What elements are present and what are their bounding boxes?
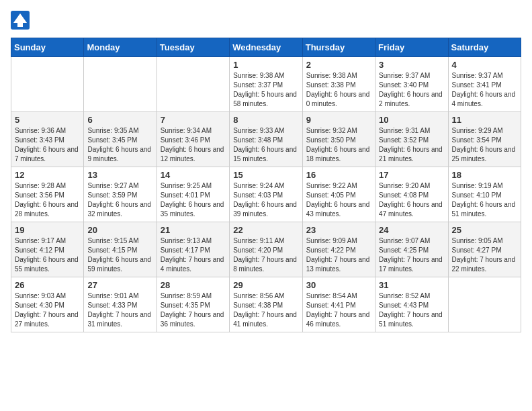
weekday-header-thursday: Thursday xyxy=(302,38,375,57)
day-info: Sunrise: 9:20 AM Sunset: 4:08 PM Dayligh… xyxy=(379,181,444,219)
weekday-header-wednesday: Wednesday xyxy=(230,38,302,57)
calendar-cell: 5Sunrise: 9:36 AM Sunset: 3:43 PM Daylig… xyxy=(11,112,84,167)
day-number: 10 xyxy=(379,115,444,125)
day-info: Sunrise: 8:56 AM Sunset: 4:38 PM Dayligh… xyxy=(233,291,298,329)
calendar-cell: 23Sunrise: 9:09 AM Sunset: 4:22 PM Dayli… xyxy=(302,222,375,277)
weekday-header-saturday: Saturday xyxy=(448,38,521,57)
calendar-cell: 12Sunrise: 9:28 AM Sunset: 3:56 PM Dayli… xyxy=(11,167,84,222)
calendar-cell: 3Sunrise: 9:37 AM Sunset: 3:40 PM Daylig… xyxy=(375,57,448,112)
day-info: Sunrise: 9:05 AM Sunset: 4:27 PM Dayligh… xyxy=(452,236,517,274)
logo-icon xyxy=(11,11,30,30)
day-number: 13 xyxy=(87,170,152,180)
calendar-week-1: 1Sunrise: 9:38 AM Sunset: 3:37 PM Daylig… xyxy=(11,57,521,112)
calendar-week-5: 26Sunrise: 9:03 AM Sunset: 4:30 PM Dayli… xyxy=(11,277,521,332)
calendar-cell xyxy=(448,277,521,332)
calendar-cell: 10Sunrise: 9:31 AM Sunset: 3:52 PM Dayli… xyxy=(375,112,448,167)
calendar-cell: 7Sunrise: 9:34 AM Sunset: 3:46 PM Daylig… xyxy=(157,112,229,167)
day-info: Sunrise: 9:19 AM Sunset: 4:10 PM Dayligh… xyxy=(452,181,517,219)
calendar-cell: 13Sunrise: 9:27 AM Sunset: 3:59 PM Dayli… xyxy=(84,167,157,222)
day-number: 16 xyxy=(306,170,371,180)
day-number: 5 xyxy=(15,115,80,125)
day-info: Sunrise: 9:33 AM Sunset: 3:48 PM Dayligh… xyxy=(233,126,298,164)
day-info: Sunrise: 9:36 AM Sunset: 3:43 PM Dayligh… xyxy=(15,126,80,164)
calendar-week-2: 5Sunrise: 9:36 AM Sunset: 3:43 PM Daylig… xyxy=(11,112,521,167)
day-number: 14 xyxy=(161,170,226,180)
weekday-header-monday: Monday xyxy=(84,38,157,57)
day-number: 12 xyxy=(15,170,80,180)
day-number: 22 xyxy=(233,225,298,235)
svg-rect-2 xyxy=(17,23,23,27)
calendar-cell: 9Sunrise: 9:32 AM Sunset: 3:50 PM Daylig… xyxy=(302,112,375,167)
calendar-cell: 28Sunrise: 8:59 AM Sunset: 4:35 PM Dayli… xyxy=(157,277,229,332)
day-info: Sunrise: 9:28 AM Sunset: 3:56 PM Dayligh… xyxy=(15,181,80,219)
calendar-cell xyxy=(157,57,229,112)
calendar-week-3: 12Sunrise: 9:28 AM Sunset: 3:56 PM Dayli… xyxy=(11,167,521,222)
calendar-cell: 25Sunrise: 9:05 AM Sunset: 4:27 PM Dayli… xyxy=(448,222,521,277)
day-number: 20 xyxy=(87,225,152,235)
day-info: Sunrise: 9:38 AM Sunset: 3:37 PM Dayligh… xyxy=(233,71,298,109)
calendar-cell: 24Sunrise: 9:07 AM Sunset: 4:25 PM Dayli… xyxy=(375,222,448,277)
day-number: 1 xyxy=(233,60,298,70)
day-info: Sunrise: 9:17 AM Sunset: 4:12 PM Dayligh… xyxy=(15,236,80,274)
day-info: Sunrise: 9:25 AM Sunset: 4:01 PM Dayligh… xyxy=(161,181,226,219)
day-number: 15 xyxy=(233,170,298,180)
calendar-cell: 20Sunrise: 9:15 AM Sunset: 4:15 PM Dayli… xyxy=(84,222,157,277)
calendar-header: SundayMondayTuesdayWednesdayThursdayFrid… xyxy=(11,38,521,57)
day-info: Sunrise: 9:37 AM Sunset: 3:40 PM Dayligh… xyxy=(379,71,444,109)
calendar-cell: 1Sunrise: 9:38 AM Sunset: 3:37 PM Daylig… xyxy=(230,57,302,112)
day-number: 9 xyxy=(306,115,371,125)
calendar-cell xyxy=(11,57,84,112)
day-info: Sunrise: 9:31 AM Sunset: 3:52 PM Dayligh… xyxy=(379,126,444,164)
day-info: Sunrise: 9:03 AM Sunset: 4:30 PM Dayligh… xyxy=(15,291,80,329)
calendar-body: 1Sunrise: 9:38 AM Sunset: 3:37 PM Daylig… xyxy=(11,57,521,332)
day-info: Sunrise: 8:52 AM Sunset: 4:43 PM Dayligh… xyxy=(379,291,444,329)
day-info: Sunrise: 9:35 AM Sunset: 3:45 PM Dayligh… xyxy=(87,126,152,164)
day-number: 25 xyxy=(452,225,517,235)
weekday-header-sunday: Sunday xyxy=(11,38,84,57)
page-header xyxy=(11,11,521,30)
calendar-cell: 30Sunrise: 8:54 AM Sunset: 4:41 PM Dayli… xyxy=(302,277,375,332)
day-info: Sunrise: 9:15 AM Sunset: 4:15 PM Dayligh… xyxy=(87,236,152,274)
calendar-cell: 21Sunrise: 9:13 AM Sunset: 4:17 PM Dayli… xyxy=(157,222,229,277)
day-info: Sunrise: 9:07 AM Sunset: 4:25 PM Dayligh… xyxy=(379,236,444,274)
day-info: Sunrise: 9:24 AM Sunset: 4:03 PM Dayligh… xyxy=(233,181,298,219)
calendar-week-4: 19Sunrise: 9:17 AM Sunset: 4:12 PM Dayli… xyxy=(11,222,521,277)
day-info: Sunrise: 8:54 AM Sunset: 4:41 PM Dayligh… xyxy=(306,291,371,329)
calendar-cell: 18Sunrise: 9:19 AM Sunset: 4:10 PM Dayli… xyxy=(448,167,521,222)
day-number: 27 xyxy=(87,280,152,290)
day-info: Sunrise: 9:32 AM Sunset: 3:50 PM Dayligh… xyxy=(306,126,371,164)
day-number: 4 xyxy=(452,60,517,70)
calendar-cell: 16Sunrise: 9:22 AM Sunset: 4:05 PM Dayli… xyxy=(302,167,375,222)
day-number: 26 xyxy=(15,280,80,290)
weekday-header-friday: Friday xyxy=(375,38,448,57)
calendar-cell: 17Sunrise: 9:20 AM Sunset: 4:08 PM Dayli… xyxy=(375,167,448,222)
calendar-cell: 15Sunrise: 9:24 AM Sunset: 4:03 PM Dayli… xyxy=(230,167,302,222)
day-info: Sunrise: 9:37 AM Sunset: 3:41 PM Dayligh… xyxy=(452,71,517,109)
day-number: 2 xyxy=(306,60,371,70)
calendar-cell: 14Sunrise: 9:25 AM Sunset: 4:01 PM Dayli… xyxy=(157,167,229,222)
day-number: 18 xyxy=(452,170,517,180)
day-info: Sunrise: 9:34 AM Sunset: 3:46 PM Dayligh… xyxy=(161,126,226,164)
day-info: Sunrise: 9:13 AM Sunset: 4:17 PM Dayligh… xyxy=(161,236,226,274)
calendar: SundayMondayTuesdayWednesdayThursdayFrid… xyxy=(11,38,521,332)
day-number: 23 xyxy=(306,225,371,235)
calendar-cell: 22Sunrise: 9:11 AM Sunset: 4:20 PM Dayli… xyxy=(230,222,302,277)
calendar-cell: 8Sunrise: 9:33 AM Sunset: 3:48 PM Daylig… xyxy=(230,112,302,167)
day-number: 3 xyxy=(379,60,444,70)
calendar-cell xyxy=(84,57,157,112)
calendar-cell: 26Sunrise: 9:03 AM Sunset: 4:30 PM Dayli… xyxy=(11,277,84,332)
calendar-cell: 11Sunrise: 9:29 AM Sunset: 3:54 PM Dayli… xyxy=(448,112,521,167)
day-info: Sunrise: 9:22 AM Sunset: 4:05 PM Dayligh… xyxy=(306,181,371,219)
day-info: Sunrise: 9:11 AM Sunset: 4:20 PM Dayligh… xyxy=(233,236,298,274)
weekday-header-row: SundayMondayTuesdayWednesdayThursdayFrid… xyxy=(11,38,521,57)
calendar-cell: 19Sunrise: 9:17 AM Sunset: 4:12 PM Dayli… xyxy=(11,222,84,277)
day-number: 28 xyxy=(161,280,226,290)
calendar-cell: 27Sunrise: 9:01 AM Sunset: 4:33 PM Dayli… xyxy=(84,277,157,332)
day-info: Sunrise: 9:01 AM Sunset: 4:33 PM Dayligh… xyxy=(87,291,152,329)
day-info: Sunrise: 9:27 AM Sunset: 3:59 PM Dayligh… xyxy=(87,181,152,219)
day-number: 8 xyxy=(233,115,298,125)
day-number: 19 xyxy=(15,225,80,235)
day-number: 7 xyxy=(161,115,226,125)
day-info: Sunrise: 8:59 AM Sunset: 4:35 PM Dayligh… xyxy=(161,291,226,329)
day-number: 31 xyxy=(379,280,444,290)
